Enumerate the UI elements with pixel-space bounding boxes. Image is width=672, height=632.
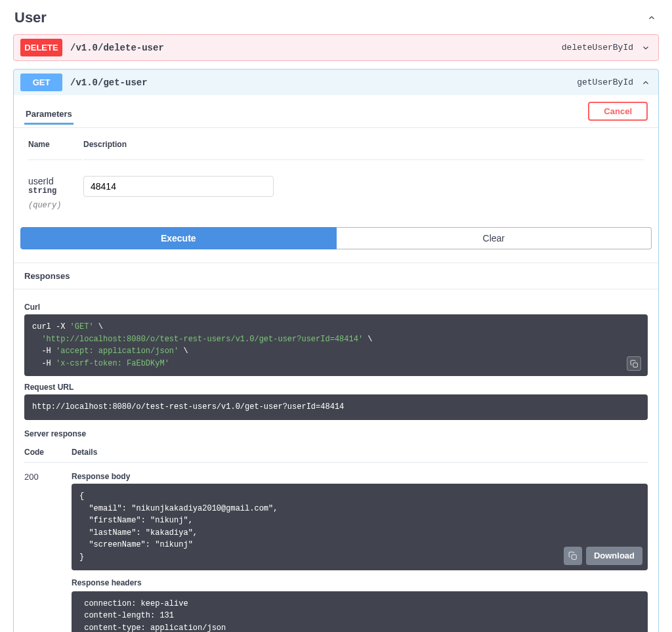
response-row: 200 Response body { "email": "nikunjkaka… bbox=[24, 463, 648, 632]
response-headers-block: connection: keep-alive content-length: 1… bbox=[72, 591, 648, 632]
cancel-button[interactable]: Cancel bbox=[588, 102, 648, 121]
server-response-label: Server response bbox=[24, 429, 648, 438]
operation-get-summary[interactable]: GET /v1.0/get-user getUserById bbox=[14, 70, 658, 95]
operation-get-body: Parameters Cancel Name Description us bbox=[14, 95, 658, 632]
parameter-row: userId string (query) bbox=[28, 161, 644, 210]
curl-block: curl -X 'GET' \ 'http://localhost:8080/o… bbox=[24, 314, 648, 376]
response-body-label: Response body bbox=[72, 472, 648, 481]
section-header[interactable]: User bbox=[13, 7, 659, 34]
response-code: 200 bbox=[24, 472, 72, 632]
method-badge-get: GET bbox=[20, 74, 62, 91]
param-name: userId bbox=[28, 176, 82, 186]
download-button[interactable]: Download bbox=[586, 547, 642, 565]
execute-row: Execute Clear bbox=[14, 227, 658, 263]
svg-rect-0 bbox=[633, 363, 637, 368]
parameters-tab[interactable]: Parameters bbox=[24, 105, 74, 125]
chevron-up-icon[interactable] bbox=[640, 77, 652, 89]
request-url-label: Request URL bbox=[24, 383, 648, 392]
col-header-code: Code bbox=[24, 448, 72, 457]
response-table: Code Details 200 Response body { "email"… bbox=[14, 441, 658, 632]
response-body-block: { "email": "nikunjkakadiya2010@gmail.com… bbox=[72, 484, 648, 570]
operation-delete-summary[interactable]: DELETE /v1.0/delete-user deleteUserById bbox=[14, 35, 658, 60]
chevron-up-icon[interactable] bbox=[646, 12, 658, 24]
responses-header: Responses bbox=[14, 263, 658, 289]
col-header-details: Details bbox=[72, 448, 97, 457]
execute-button[interactable]: Execute bbox=[20, 227, 337, 249]
operation-get-id: getUserById bbox=[577, 77, 633, 87]
parameters-header: Parameters Cancel bbox=[14, 95, 658, 128]
operation-delete-path: /v1.0/delete-user bbox=[70, 43, 562, 53]
clear-button[interactable]: Clear bbox=[337, 227, 652, 249]
copy-icon[interactable] bbox=[627, 356, 641, 371]
copy-icon[interactable] bbox=[564, 547, 582, 565]
chevron-down-icon[interactable] bbox=[640, 42, 652, 54]
responses-body: Curl curl -X 'GET' \ 'http://localhost:8… bbox=[14, 289, 658, 438]
request-url-block: http://localhost:8080/o/test-rest-users/… bbox=[24, 394, 648, 420]
operation-delete-id: deleteUserById bbox=[562, 43, 633, 53]
method-badge-delete: DELETE bbox=[20, 39, 62, 56]
operation-get-path: /v1.0/get-user bbox=[70, 77, 577, 88]
userid-input[interactable] bbox=[83, 176, 274, 197]
parameters-body: Name Description userId string (query) bbox=[14, 128, 658, 227]
curl-label: Curl bbox=[24, 303, 648, 312]
operation-get: GET /v1.0/get-user getUserById Parameter… bbox=[13, 69, 659, 632]
section-title: User bbox=[14, 9, 47, 26]
response-headers-label: Response headers bbox=[72, 578, 648, 587]
col-header-description: Description bbox=[83, 140, 644, 160]
col-header-name: Name bbox=[28, 140, 82, 160]
param-type: string bbox=[28, 186, 82, 196]
param-in: (query) bbox=[28, 201, 82, 210]
svg-rect-1 bbox=[572, 555, 576, 559]
operation-delete: DELETE /v1.0/delete-user deleteUserById bbox=[13, 34, 659, 61]
